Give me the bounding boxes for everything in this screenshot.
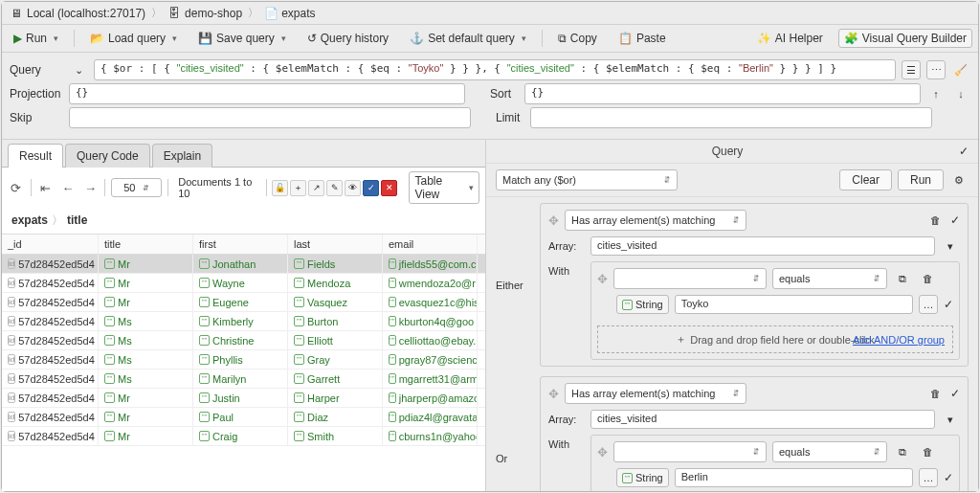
col-last[interactable]: last — [288, 235, 383, 254]
visual-query-builder-button[interactable]: 🧩 Visual Query Builder — [838, 29, 972, 48]
table-row[interactable]: id57d28452ed5d4""Mr""Paul""Diaz""pdiaz4l… — [2, 408, 485, 427]
type-chip[interactable]: "" String — [616, 468, 669, 487]
table-row[interactable]: id57d28452ed5d4""Mr""Eugene""Vasquez""ev… — [2, 293, 485, 312]
operator-select[interactable]: equals — [772, 268, 887, 289]
sort-asc-icon[interactable]: ↑ — [926, 84, 946, 103]
dropdown-icon[interactable]: ▾ — [941, 410, 960, 429]
save-edits-icon[interactable]: ✓ — [363, 180, 379, 196]
trash-icon[interactable]: 🗑 — [918, 442, 937, 461]
table-row[interactable]: id57d28452ed5d4""Mr""Justin""Harper""jha… — [2, 389, 485, 408]
objectid-icon: id — [8, 258, 15, 269]
copy-button[interactable]: ⧉ Copy — [552, 29, 603, 48]
page-size-select[interactable]: 50⇵ — [111, 178, 162, 197]
dropdown-icon[interactable]: ▾ — [941, 236, 960, 256]
export-icon[interactable]: ↗ — [308, 180, 324, 196]
next-page-icon[interactable]: → — [82, 179, 100, 196]
run-query-button[interactable]: Run — [898, 169, 944, 190]
operator-select[interactable]: equals — [772, 441, 887, 462]
table-row[interactable]: id57d28452ed5d4""Ms""Marilyn""Garrett""m… — [2, 370, 485, 389]
broom-icon[interactable]: 🧹 — [951, 60, 970, 79]
array-field-input[interactable]: cities_visited — [590, 410, 935, 429]
col-email[interactable]: email — [383, 235, 478, 254]
check-icon[interactable]: ✓ — [944, 471, 953, 484]
string-icon: "" — [294, 431, 304, 441]
crumb-database[interactable]: 🗄 demo-shop — [167, 7, 242, 20]
tab-explain[interactable]: Explain — [152, 144, 212, 168]
table-row[interactable]: id57d28452ed5d4""Ms""Kimberly""Burton""k… — [2, 312, 485, 331]
array-element-select[interactable] — [613, 268, 767, 289]
skip-input[interactable] — [69, 107, 471, 128]
table-row[interactable]: id57d28452ed5d4""Ms""Phyllis""Gray""pgra… — [2, 350, 485, 370]
type-chip[interactable]: "" String — [616, 295, 669, 314]
check-icon[interactable]: ✓ — [944, 298, 953, 311]
array-field-input[interactable]: cities_visited — [590, 236, 935, 256]
result-tabs: Result Query Code Explain — [2, 140, 485, 167]
crumb-collection[interactable]: 📄 expats — [264, 7, 315, 20]
gear-icon[interactable]: ⚙ — [949, 170, 969, 190]
drag-handle-icon[interactable]: ✥ — [548, 387, 559, 401]
clear-button[interactable]: Clear — [839, 169, 892, 190]
table-row[interactable]: id57d28452ed5d4""Mr""Wayne""Mendoza""wme… — [2, 274, 485, 293]
query-input[interactable]: { $or : [ { "cities_visited" : { $elemMa… — [94, 59, 896, 80]
view-doc-icon[interactable]: 👁 — [345, 180, 361, 196]
refresh-icon[interactable]: ⟳ — [8, 179, 25, 196]
elem-match-select[interactable]: Has array element(s) matching — [565, 210, 746, 231]
string-icon: "" — [294, 316, 304, 326]
trash-icon[interactable]: 🗑 — [925, 384, 945, 403]
delete-icon[interactable]: ✕ — [381, 180, 397, 196]
limit-input[interactable] — [530, 107, 932, 128]
trash-icon[interactable]: 🗑 — [918, 269, 937, 288]
table-row[interactable]: id57d28452ed5d4""Ms""Christine""Elliott"… — [2, 331, 485, 350]
col-id[interactable]: _id — [2, 235, 99, 254]
query-clause: Either ✥ Has array element(s) matching 🗑… — [496, 203, 969, 367]
load-query-button[interactable]: 📂 Load query — [84, 29, 183, 48]
crumb-connection[interactable]: 🖥 Local (localhost:27017) — [10, 7, 145, 20]
col-title[interactable]: title — [99, 235, 193, 254]
sort-input[interactable]: {} — [524, 83, 921, 104]
run-button[interactable]: ▶ Run — [8, 29, 64, 48]
elem-match-select[interactable]: Has array element(s) matching — [565, 383, 746, 404]
query-options-button[interactable]: ⋯ — [926, 60, 946, 79]
value-input[interactable]: Toyko — [675, 295, 913, 314]
save-query-button[interactable]: 💾 Save query — [192, 29, 292, 48]
check-icon[interactable]: ✓ — [950, 387, 960, 400]
col-first[interactable]: first — [193, 235, 288, 254]
drag-handle-icon[interactable]: ✥ — [548, 213, 559, 228]
field-picker-button[interactable]: ☰ — [902, 60, 921, 79]
match-mode-select[interactable]: Match any ($or) — [496, 169, 678, 190]
set-default-query-button[interactable]: ⚓ Set default query — [404, 29, 532, 48]
sort-desc-icon[interactable]: ↓ — [951, 84, 970, 103]
array-element-select[interactable] — [613, 441, 767, 462]
table-row[interactable]: id57d28452ed5d4""Mr""Craig""Smith""cburn… — [2, 427, 485, 446]
table-row[interactable]: id57d28452ed5d4""Mr""Jonathan""Fields""j… — [2, 255, 485, 274]
unlock-icon[interactable]: 🔓 — [272, 180, 288, 196]
check-icon[interactable]: ✓ — [950, 213, 960, 227]
string-icon: "" — [104, 335, 115, 346]
more-icon[interactable]: … — [919, 295, 938, 314]
add-group-link[interactable]: Add AND/OR group — [853, 334, 945, 346]
ai-helper-button[interactable]: ✨ AI Helper — [751, 29, 829, 48]
copy-icon[interactable]: ⧉ — [893, 442, 912, 461]
trash-icon[interactable]: 🗑 — [925, 211, 945, 230]
chevron-down-icon[interactable]: ⌄ — [69, 60, 88, 79]
drag-handle-icon[interactable]: ✥ — [597, 445, 608, 459]
string-icon: "" — [294, 297, 304, 307]
visual-query-panel: Query ✓ Match any ($or) Clear Run ⚙ Eith… — [486, 140, 978, 491]
paste-button[interactable]: 📋 Paste — [612, 29, 672, 48]
add-doc-icon[interactable]: ＋ — [290, 180, 306, 196]
first-page-icon[interactable]: ⇤ — [37, 179, 55, 196]
table-view-select[interactable]: Table View — [409, 171, 479, 204]
check-icon[interactable]: ✓ — [959, 145, 969, 158]
edit-icon[interactable]: ✎ — [326, 180, 343, 196]
copy-icon[interactable]: ⧉ — [893, 269, 912, 288]
more-icon[interactable]: … — [919, 468, 938, 487]
tab-query-code[interactable]: Query Code — [65, 144, 150, 168]
query-history-button[interactable]: ↺ Query history — [301, 29, 394, 48]
projection-input[interactable]: {} — [69, 83, 465, 104]
drag-handle-icon[interactable]: ✥ — [597, 272, 608, 286]
string-icon: "" — [622, 300, 633, 310]
value-input[interactable]: Berlin — [675, 468, 913, 487]
drop-zone[interactable]: ＋Drag and drop field here or double-clic… — [597, 325, 953, 353]
tab-result[interactable]: Result — [8, 144, 63, 168]
prev-page-icon[interactable]: ← — [59, 179, 77, 196]
